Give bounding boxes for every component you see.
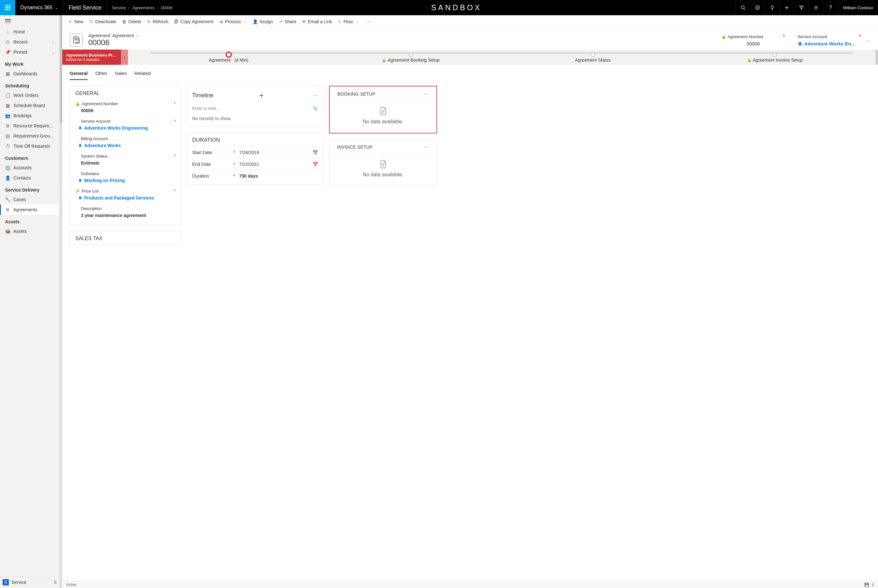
cmd-process[interactable]: ⇉Process⌄ (219, 19, 247, 24)
process-forward[interactable] (875, 50, 878, 65)
sidebar-item-assets[interactable]: 📦 Assets (0, 226, 59, 236)
stage-dot-icon (409, 52, 413, 57)
dashboard-icon: ▦ (5, 71, 10, 76)
cmd-overflow[interactable]: ⋯ (366, 18, 372, 24)
chevron-down-icon: ⌄ (136, 34, 139, 38)
save-icon[interactable]: 💾 (865, 583, 869, 587)
field-duration[interactable]: Duration* 730 days (187, 170, 323, 182)
svg-point-3 (771, 6, 773, 8)
task-icon[interactable] (750, 0, 765, 15)
calendar-icon[interactable]: 📅 (313, 162, 318, 167)
field-end-date[interactable]: End Date* 7/22/2021 📅 (187, 158, 323, 170)
sidebar-item-accounts[interactable]: 🏢 Accounts (0, 163, 59, 173)
stage-booking-setup[interactable]: 🔒Agreement Booking Setup (319, 52, 502, 63)
field-description[interactable]: Description 2 year maintenance agreement (70, 204, 181, 222)
filter-icon[interactable] (794, 0, 808, 15)
field-system-status[interactable]: System Status* Estimate (70, 152, 181, 170)
sidebar-item-schedule-board[interactable]: ▦ Schedule Board (0, 100, 59, 111)
form-selector[interactable]: Agreement: Agreement ⌄ (88, 33, 139, 38)
cmd-delete[interactable]: 🗑Delete (122, 19, 141, 24)
key-icon: 🔑 (75, 189, 80, 193)
field-start-date[interactable]: Start Date* 7/24/2019 📅 (187, 147, 323, 158)
sidebar-item-time-off[interactable]: ⏱ Time Off Requests (0, 141, 59, 151)
help-icon[interactable]: ? (823, 0, 838, 15)
sidebar-item-requirement-groups[interactable]: ▤ Requirement Grou... (0, 131, 59, 141)
clipboard-icon: 📋 (5, 93, 10, 98)
process-name[interactable]: Agreement Business Pro... Active for 4 m… (62, 50, 121, 65)
sidebar: ⌂ Home ◷ Recent ⌄ 📌 Pinned ⌄ My Work ▦ D… (0, 15, 60, 588)
cmd-refresh[interactable]: ↻Refresh (147, 19, 168, 24)
breadcrumb: Service › Agreements › 00006 (107, 5, 177, 10)
app-launcher[interactable] (0, 0, 15, 15)
sidebar-item-bookings[interactable]: 👥 Bookings (0, 111, 59, 121)
stage-agreement[interactable]: Agreement (4 Min) (138, 52, 319, 63)
cmd-deactivate[interactable]: 🗋Deactivate (89, 19, 116, 24)
cmd-share[interactable]: ↗Share (279, 19, 297, 24)
sidebar-item-agreements[interactable]: 🗎 Agreements (0, 205, 59, 215)
sidebar-label: Pinned (13, 50, 27, 55)
tab-sales[interactable]: Sales (115, 69, 127, 80)
cmd-copy[interactable]: 🗐Copy Agreement (174, 19, 213, 24)
bulb-icon[interactable] (765, 0, 779, 15)
chevron-down-icon: ⌄ (51, 40, 54, 44)
field-service-account[interactable]: Service Account* 🗎Adventure Works Engine… (70, 117, 181, 134)
crumb-record[interactable]: 00006 (161, 5, 172, 10)
sidebar-item-dashboards[interactable]: ▦ Dashboards (0, 69, 59, 79)
search-icon[interactable] (736, 0, 750, 15)
record-icon (70, 34, 82, 46)
sidebar-toggle[interactable] (0, 15, 59, 27)
record-header: Agreement: Agreement ⌄ 00006 🔒Agreement … (62, 28, 878, 50)
svg-point-2 (756, 6, 760, 9)
hamburger-icon (5, 19, 11, 23)
field-price-list[interactable]: 🔑Price List* 🗎Products and Packaged Serv… (70, 187, 181, 204)
timeline-more[interactable]: ⋯ (313, 93, 318, 99)
field-billing-account[interactable]: Billing Account 🗎Adventure Works (70, 134, 181, 152)
card-more[interactable]: ⋯ (424, 91, 429, 97)
flow-icon: ∿ (338, 19, 342, 24)
plus-icon[interactable] (779, 0, 794, 15)
crumb-agreements[interactable]: Agreements (132, 5, 154, 10)
stage-status[interactable]: Agreement Status (502, 52, 684, 63)
sidebar-item-recent[interactable]: ◷ Recent ⌄ (0, 37, 59, 47)
brand-menu[interactable]: Dynamics 365 ⌄ (15, 0, 63, 15)
note-input[interactable]: Enter a note... 📎 (187, 103, 323, 113)
area-label: Service (12, 580, 26, 585)
group-scheduling: Scheduling (0, 79, 59, 90)
sidebar-item-resource-requirements[interactable]: ⚙ Resource Require... (0, 121, 59, 131)
header-link[interactable]: 🗎 Adventure Works En... (798, 41, 861, 46)
sidebar-item-pinned[interactable]: 📌 Pinned ⌄ (0, 47, 59, 57)
calendar-icon[interactable]: 📅 (313, 150, 318, 155)
crumb-service[interactable]: Service (112, 5, 126, 10)
timeline-add[interactable]: ＋ (258, 90, 265, 100)
area-letter: S (3, 579, 9, 585)
tab-other[interactable]: Other (95, 69, 107, 80)
attach-icon[interactable]: 📎 (313, 106, 318, 111)
area-selector[interactable]: S Service ⇅ (0, 576, 59, 588)
user-name[interactable]: William Contoso (838, 0, 878, 15)
sidebar-item-contacts[interactable]: 👤 Contacts (0, 173, 59, 183)
sidebar-label: Accounts (13, 165, 32, 170)
stage-invoice-setup[interactable]: 🔒Agreement Invoice Setup (684, 52, 866, 63)
cmd-assign[interactable]: 👤Assign (253, 19, 273, 24)
chevron-right-icon: › (128, 5, 130, 10)
sidebar-label: Requirement Grou... (13, 134, 54, 138)
sidebar-item-home[interactable]: ⌂ Home (0, 27, 59, 37)
tab-general[interactable]: General (70, 69, 88, 80)
field-agreement-number[interactable]: 🔒Agreement Number* 00006 (70, 99, 181, 117)
field-substatus[interactable]: Substatus 🗎Working on Pricing (70, 170, 181, 187)
top-icons: ? (736, 0, 838, 15)
settings-icon[interactable] (808, 0, 823, 15)
cmd-new[interactable]: ＋New (68, 19, 83, 24)
process-back[interactable]: ‹ (121, 50, 128, 65)
card-more[interactable]: ⋯ (424, 144, 429, 150)
cmd-flow[interactable]: ∿Flow⌄ (338, 19, 359, 24)
tab-related[interactable]: Related (134, 69, 151, 80)
cmd-email[interactable]: ✉Email a Link (302, 19, 332, 24)
sidebar-item-work-orders[interactable]: 📋 Work Orders (0, 90, 59, 100)
sidebar-label: Resource Require... (13, 123, 53, 128)
sidebar-item-cases[interactable]: 🔧 Cases (0, 194, 59, 205)
sidebar-scrollbar[interactable] (60, 15, 62, 588)
app-area[interactable]: Field Service (63, 0, 107, 15)
header-expand[interactable]: ⌄ (867, 38, 871, 43)
header-value: 00006 (721, 41, 785, 46)
